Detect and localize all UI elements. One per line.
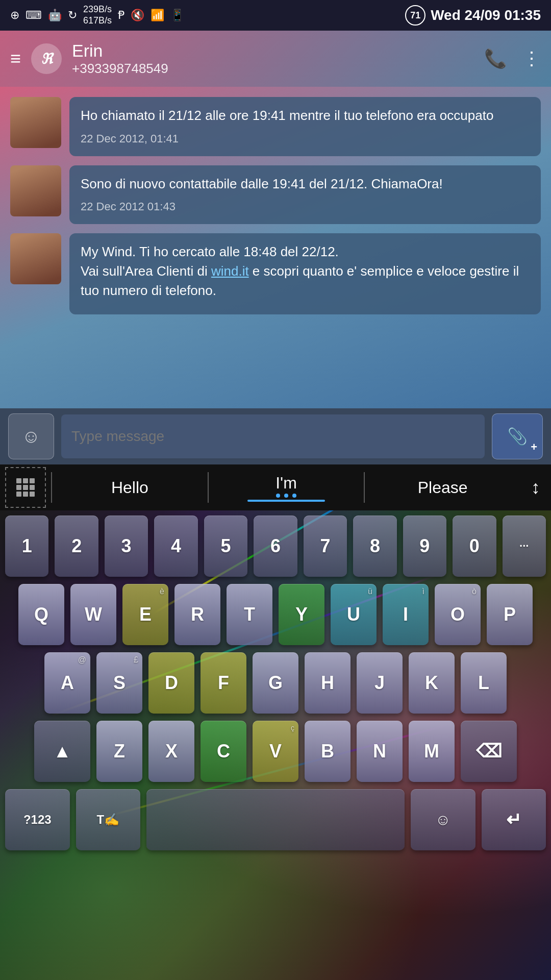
key-f[interactable]: F bbox=[201, 652, 246, 714]
key-0[interactable]: 0 bbox=[453, 516, 496, 577]
avatar bbox=[10, 165, 61, 216]
contact-name: Erin bbox=[72, 41, 474, 61]
contact-phone: +393398748549 bbox=[72, 61, 474, 77]
key-3[interactable]: 3 bbox=[105, 516, 148, 577]
key-9[interactable]: 9 bbox=[403, 516, 446, 577]
suggestion-hello[interactable]: Hello bbox=[52, 478, 208, 497]
status-right: 71 Wed 24/09 01:35 bbox=[405, 5, 541, 26]
key-c[interactable]: C bbox=[201, 721, 246, 782]
key-x[interactable]: X bbox=[148, 721, 194, 782]
sync-icon: ↻ bbox=[68, 9, 77, 22]
keyboard-settings-button[interactable]: T✍ bbox=[76, 789, 141, 850]
key-n[interactable]: N bbox=[357, 721, 403, 782]
message-link[interactable]: wind.it bbox=[211, 263, 249, 279]
key-u[interactable]: Uü bbox=[331, 584, 377, 645]
qwerty-row: Q W Eè R T Y Uü Iì Oò P bbox=[0, 584, 551, 645]
zxcvbnm-row: ▲ Z X C Vç B N M ⌫ bbox=[0, 721, 551, 782]
key-k[interactable]: K bbox=[409, 652, 455, 714]
status-bar: ⊕ ⌨ 🤖 ↻ 239B/s 617B/s Ᵽ 🔇 📶 📱 71 Wed 24/… bbox=[0, 0, 551, 31]
message-bubble: Ho chiamato il 21/12 alle ore 19:41 ment… bbox=[69, 97, 541, 156]
key-g[interactable]: G bbox=[253, 652, 298, 714]
message-time: 22 Dec 2012, 01:41 bbox=[81, 131, 530, 147]
grid-icon bbox=[12, 474, 39, 501]
chat-area: Ho chiamato il 21/12 alle ore 19:41 ment… bbox=[0, 87, 551, 408]
android-icon: 🤖 bbox=[48, 9, 62, 22]
dots-indicator bbox=[209, 494, 364, 498]
message-row: Sono di nuovo contattabile dalle 19:41 d… bbox=[10, 165, 541, 225]
message-text: Ho chiamato il 21/12 alle ore 19:41 ment… bbox=[81, 106, 530, 126]
message-time: 22 Dec 2012 01:43 bbox=[81, 199, 530, 215]
symbols-button[interactable]: ?123 bbox=[5, 789, 70, 850]
app-logo: ℜ bbox=[31, 43, 62, 74]
wifi-icon: 📶 bbox=[151, 9, 164, 22]
bluetooth-icon: Ᵽ bbox=[118, 9, 124, 22]
upload-speed: 617B/s bbox=[83, 15, 112, 27]
key-b[interactable]: B bbox=[305, 721, 350, 782]
key-6[interactable]: 6 bbox=[254, 516, 297, 577]
key-8[interactable]: 8 bbox=[353, 516, 396, 577]
key-1[interactable]: 1 bbox=[5, 516, 48, 577]
key-w[interactable]: W bbox=[70, 584, 116, 645]
message-text: Sono di nuovo contattabile dalle 19:41 d… bbox=[81, 175, 530, 194]
paperclip-icon: 📎 bbox=[507, 427, 528, 446]
key-4[interactable]: 4 bbox=[154, 516, 197, 577]
datetime: Wed 24/09 01:35 bbox=[431, 7, 541, 23]
key-a[interactable]: A@ bbox=[44, 652, 90, 714]
key-e[interactable]: Eè bbox=[122, 584, 168, 645]
key-r[interactable]: R bbox=[174, 584, 220, 645]
key-y[interactable]: Y bbox=[279, 584, 324, 645]
key-p[interactable]: P bbox=[487, 584, 533, 645]
space-button[interactable] bbox=[146, 789, 405, 850]
key-z[interactable]: Z bbox=[96, 721, 142, 782]
key-j[interactable]: J bbox=[357, 652, 403, 714]
bottom-row: ?123 T✍ ☺ ↵ bbox=[0, 789, 551, 850]
shift-button[interactable]: ▲ bbox=[34, 721, 90, 782]
header-actions: 📞 ⋮ bbox=[484, 48, 541, 69]
key-q[interactable]: Q bbox=[18, 584, 64, 645]
enter-button[interactable]: ↵ bbox=[482, 789, 546, 850]
key-v[interactable]: Vç bbox=[253, 721, 298, 782]
add-icon: ⊕ bbox=[10, 9, 19, 22]
signal-icon: 📱 bbox=[170, 9, 184, 22]
key-o[interactable]: Oò bbox=[435, 584, 481, 645]
backspace-button[interactable]: ⌫ bbox=[461, 721, 517, 782]
key-i[interactable]: Iì bbox=[383, 584, 429, 645]
key-l[interactable]: L bbox=[461, 652, 507, 714]
mute-icon: 🔇 bbox=[131, 9, 144, 22]
more-options-button[interactable]: ⋮ bbox=[522, 48, 541, 69]
key-s[interactable]: S£ bbox=[96, 652, 142, 714]
key-2[interactable]: 2 bbox=[55, 516, 98, 577]
expand-suggestions-button[interactable]: ↕ bbox=[520, 464, 551, 510]
suggestion-please[interactable]: Please bbox=[365, 478, 520, 497]
menu-icon[interactable]: ≡ bbox=[10, 48, 21, 69]
suggestions-bar: Hello I'm Please ↕ bbox=[0, 464, 551, 510]
message-row: Ho chiamato il 21/12 alle ore 19:41 ment… bbox=[10, 97, 541, 156]
asdf-row: A@ S£ D F G H J K L bbox=[0, 652, 551, 714]
battery-circle: 71 bbox=[405, 5, 425, 26]
data-speeds: 239B/s 617B/s bbox=[83, 4, 112, 26]
key-t[interactable]: T bbox=[227, 584, 272, 645]
key-h[interactable]: H bbox=[305, 652, 350, 714]
key-7[interactable]: 7 bbox=[304, 516, 347, 577]
battery-level: 71 bbox=[410, 10, 420, 21]
message-input[interactable] bbox=[61, 414, 485, 458]
contact-info: Erin +393398748549 bbox=[72, 41, 474, 77]
key-ellipsis[interactable]: ··· bbox=[503, 516, 546, 577]
input-bar: ☺ 📎 + bbox=[0, 408, 551, 464]
chat-header: ≡ ℜ Erin +393398748549 📞 ⋮ bbox=[0, 31, 551, 87]
message-bubble: Sono di nuovo contattabile dalle 19:41 d… bbox=[69, 165, 541, 225]
emoji-keyboard-button[interactable]: ☺ bbox=[411, 789, 475, 850]
suggestion-im[interactable]: I'm bbox=[209, 474, 364, 502]
attach-button[interactable]: 📎 + bbox=[492, 413, 543, 459]
call-button[interactable]: 📞 bbox=[484, 48, 507, 69]
number-row: 1 2 3 4 5 6 7 8 9 0 ··· bbox=[0, 516, 551, 577]
keyboard-grid-button[interactable] bbox=[5, 467, 46, 508]
key-m[interactable]: M bbox=[409, 721, 455, 782]
plus-icon: + bbox=[531, 440, 537, 454]
message-bubble: My Wind. Ti ho cercato alle 18:48 del 22… bbox=[69, 233, 541, 314]
avatar bbox=[10, 233, 61, 284]
emoji-button[interactable]: ☺ bbox=[8, 413, 54, 459]
key-d[interactable]: D bbox=[148, 652, 194, 714]
keyboard: 1 2 3 4 5 6 7 8 9 0 ··· Q W Eè R T Y Uü … bbox=[0, 510, 551, 980]
key-5[interactable]: 5 bbox=[204, 516, 247, 577]
